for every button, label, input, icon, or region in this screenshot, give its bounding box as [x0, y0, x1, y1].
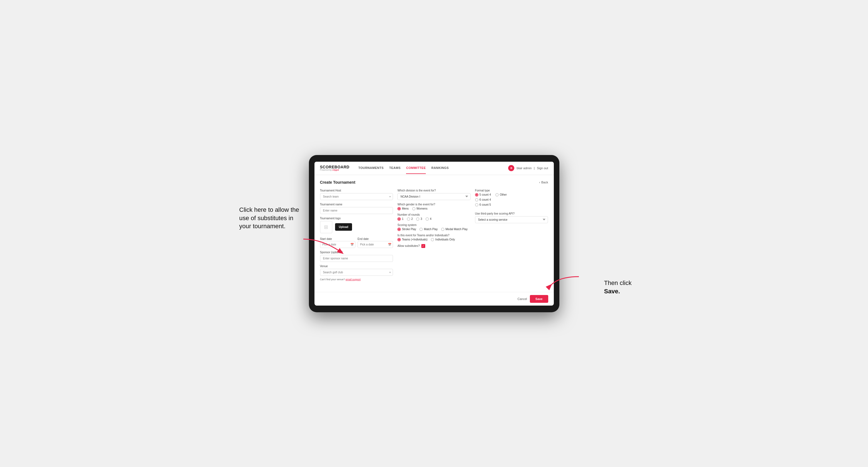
separator: | — [534, 166, 535, 170]
tournament-host-label: Tournament Host — [320, 189, 393, 192]
gender-label: Which gender is the event for? — [397, 203, 471, 206]
radio-6c5 — [475, 203, 478, 207]
radio-mens — [397, 207, 401, 210]
round-1-label: 1 — [402, 217, 404, 220]
format-type-group: Format type 5 count 4 Other — [475, 189, 548, 207]
scoring-group: Scoring system Stroke Play Match Play — [397, 223, 471, 231]
sign-out-link[interactable]: Sign out — [537, 166, 548, 170]
rounds-4[interactable]: 4 — [426, 217, 432, 221]
search-icon: ▾ — [389, 195, 391, 198]
venue-group: Venue ▾ Can't find your venue? email sup… — [320, 265, 393, 281]
tournament-host-input[interactable] — [320, 193, 393, 200]
radio-individuals — [431, 238, 434, 241]
rounds-group: Number of rounds 1 2 — [397, 213, 471, 221]
tournament-name-label: Tournament name — [320, 203, 393, 206]
username: blair admin — [517, 166, 531, 170]
logo-scoreboard: SCOREBOARD — [320, 165, 349, 169]
format-other[interactable]: Other — [495, 193, 507, 196]
venue-note: Can't find your venue? email support — [320, 278, 393, 281]
tournament-host-group: Tournament Host ▾ — [320, 189, 393, 200]
allow-substitutes-label: Allow substitutes? — [397, 244, 420, 247]
teams-individuals-label: Is this event for Teams and/or Individua… — [397, 234, 471, 237]
nav-links: TOURNAMENTS TEAMS COMMITTEE RANKINGS — [359, 162, 502, 174]
radio-womens — [412, 207, 415, 210]
tournament-logo-group: Tournament logo ⊞ Upload — [320, 217, 393, 233]
calendar-icon-start: 📅 — [350, 243, 354, 246]
email-support-link[interactable]: email support — [346, 278, 361, 281]
form-col-2: Which division is the event for? NCAA Di… — [397, 189, 471, 281]
rounds-2[interactable]: 2 — [407, 217, 413, 221]
venue-dropdown-icon: ▾ — [389, 271, 391, 274]
match-play-label: Match Play — [424, 228, 437, 231]
gender-womens-label: Womens — [416, 207, 428, 210]
nav-right: B blair admin | Sign out — [508, 165, 548, 171]
logo-placeholder: ⊞ — [320, 221, 332, 233]
venue-label: Venue — [320, 265, 393, 268]
round-4-label: 4 — [430, 217, 432, 220]
tournament-logo-label: Tournament logo — [320, 217, 393, 220]
nav-tournaments[interactable]: TOURNAMENTS — [359, 162, 384, 174]
format-type-label: Format type — [475, 189, 548, 192]
scoring-stroke[interactable]: Stroke Play — [397, 228, 416, 231]
end-date-input[interactable] — [358, 241, 393, 248]
page-footer: Cancel Save — [314, 292, 554, 306]
tournament-name-group: Tournament name — [320, 203, 393, 214]
scoring-api-label: Use third-party live scoring API? — [475, 212, 548, 215]
division-group: Which division is the event for? NCAA Di… — [397, 189, 471, 200]
scoring-medal-match[interactable]: Medal Match Play — [441, 228, 468, 231]
rounds-3[interactable]: 3 — [416, 217, 422, 221]
gender-womens[interactable]: Womens — [412, 207, 428, 210]
format-5count4[interactable]: 5 count 4 — [475, 193, 491, 196]
scoring-label: Scoring system — [397, 223, 471, 226]
format-5c4-label: 5 count 4 — [479, 193, 491, 196]
radio-teams — [397, 238, 401, 241]
avatar: B — [508, 165, 514, 171]
stroke-play-label: Stroke Play — [402, 228, 416, 231]
radio-other — [495, 193, 499, 196]
calendar-icon-end: 📅 — [388, 243, 391, 246]
radio-r1 — [397, 217, 401, 221]
logo: SCOREBOARD Powered by clippd — [320, 165, 349, 171]
gender-mens[interactable]: Mens — [397, 207, 408, 210]
radio-match — [420, 228, 423, 231]
page-title: Create Tournament — [320, 180, 355, 185]
nav-rankings[interactable]: RANKINGS — [431, 162, 449, 174]
navbar: SCOREBOARD Powered by clippd TOURNAMENTS… — [314, 162, 554, 175]
teams-individuals-group: Is this event for Teams and/or Individua… — [397, 234, 471, 241]
individuals-only[interactable]: Individuals Only — [431, 238, 455, 241]
nav-committee[interactable]: COMMITTEE — [406, 162, 426, 174]
radio-6c4 — [475, 198, 478, 201]
logo-powered: Powered by clippd — [320, 169, 349, 171]
scoring-match[interactable]: Match Play — [420, 228, 437, 231]
annotation-right-line2: Save. — [604, 288, 620, 295]
format-6count4[interactable]: 6 count 4 — [475, 198, 548, 201]
round-3-label: 3 — [421, 217, 422, 220]
save-button[interactable]: Save — [530, 295, 548, 303]
radio-r4 — [426, 217, 429, 221]
format-6c4-label: 6 count 4 — [479, 198, 491, 201]
gender-mens-label: Mens — [402, 207, 408, 210]
radio-5c4 — [475, 193, 478, 196]
cancel-button[interactable]: Cancel — [518, 297, 527, 301]
medal-match-label: Medal Match Play — [445, 228, 468, 231]
venue-input[interactable] — [320, 269, 393, 276]
radio-medal-match — [441, 228, 444, 231]
allow-substitutes-group: Allow substitutes? ✓ — [397, 244, 471, 248]
back-button[interactable]: ‹ Back — [539, 181, 548, 184]
format-6count5[interactable]: 6 count 5 — [475, 203, 548, 207]
tournament-name-input[interactable] — [320, 207, 393, 214]
annotation-left: Click here to allow the use of substitut… — [239, 206, 299, 229]
gender-group: Which gender is the event for? Mens Wome… — [397, 203, 471, 210]
division-select[interactable]: NCAA Division I — [397, 193, 471, 200]
division-label: Which division is the event for? — [397, 189, 471, 192]
round-2-label: 2 — [411, 217, 413, 220]
rounds-1[interactable]: 1 — [397, 217, 404, 221]
allow-substitutes-checkbox[interactable]: ✓ — [421, 244, 425, 248]
form-col-3: Format type 5 count 4 Other — [475, 189, 548, 281]
teams-plus-ind[interactable]: Teams (+Individuals) — [397, 238, 428, 241]
nav-teams[interactable]: TEAMS — [389, 162, 400, 174]
radio-r2 — [407, 217, 410, 221]
scoring-service-select[interactable]: Select a scoring service — [475, 216, 548, 223]
end-date-label: End date — [358, 238, 369, 241]
upload-button[interactable]: Upload — [335, 223, 352, 231]
